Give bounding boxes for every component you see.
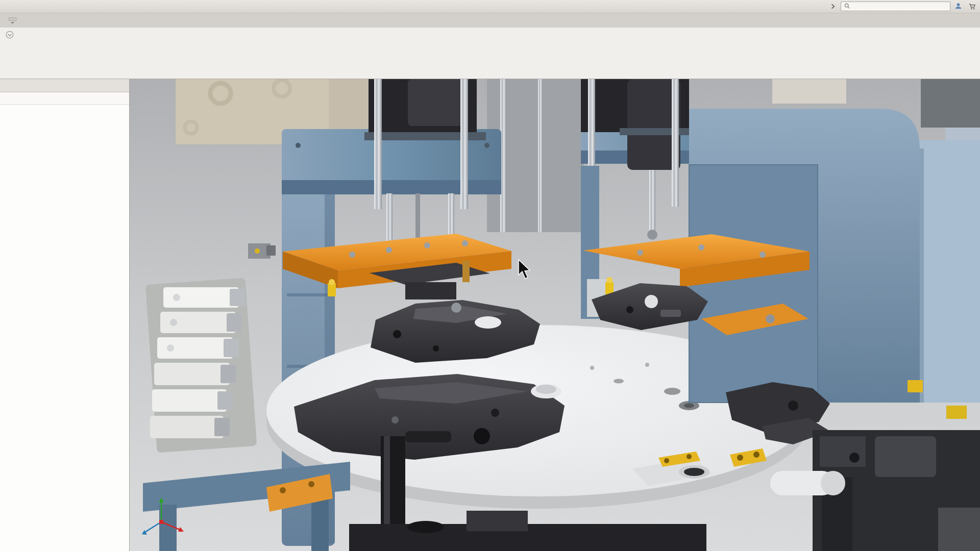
user-icon	[954, 2, 962, 11]
search-input[interactable]	[852, 4, 947, 10]
chevron-right-icon[interactable]	[829, 3, 837, 10]
inventor-app	[0, 0, 980, 551]
titlebar	[0, 0, 980, 13]
search-icon	[844, 3, 850, 10]
help-search[interactable]	[841, 2, 950, 11]
browser-view-tabs	[0, 92, 129, 105]
ribbon-expand-button[interactable]	[5, 30, 14, 41]
cart-icon[interactable]	[968, 3, 976, 10]
ribbon-toggles	[8, 17, 17, 26]
ribbon-display-toggle-button[interactable]	[8, 17, 17, 26]
viewport[interactable]	[130, 79, 980, 551]
ribbon-tab-bar	[0, 13, 980, 28]
browser-tree	[0, 105, 129, 551]
browser-doc-tabs	[0, 79, 129, 92]
ribbon	[0, 28, 980, 79]
user-account-button[interactable]	[954, 2, 964, 11]
valve-terminal-stack[interactable]	[145, 278, 257, 453]
main-area	[0, 79, 980, 551]
titlebar-right	[829, 2, 976, 11]
viewport-3d-scene[interactable]	[130, 79, 980, 551]
model-browser	[0, 79, 130, 551]
